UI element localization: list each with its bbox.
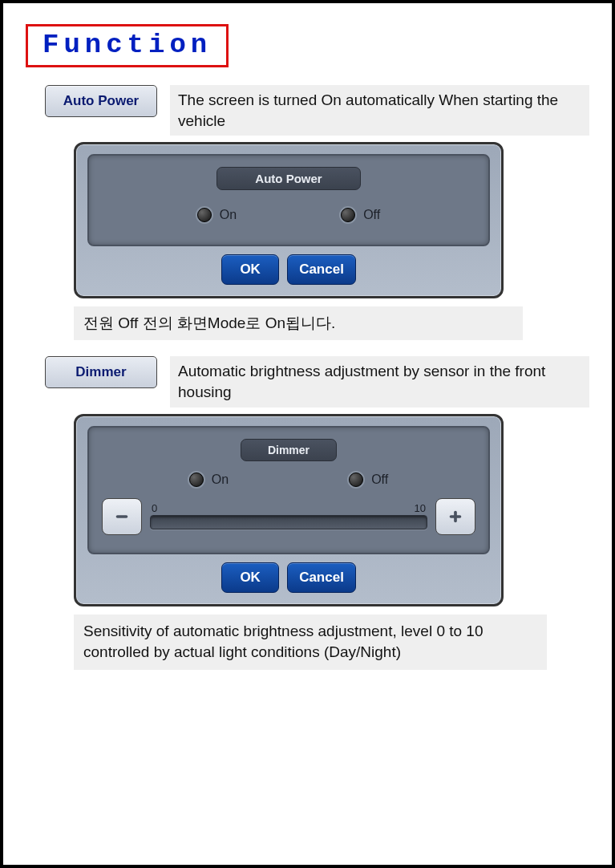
- auto-power-radio-group: On Off: [102, 208, 475, 222]
- auto-power-button[interactable]: Auto Power: [45, 85, 157, 117]
- dimmer-panel: Dimmer On Off 0 10: [74, 414, 504, 606]
- radio-dot-icon: [197, 208, 212, 222]
- dimmer-off-radio[interactable]: Off: [349, 473, 388, 487]
- dimmer-panel-title: Dimmer: [241, 439, 337, 461]
- slider-max-label: 10: [415, 502, 426, 514]
- slider-track: [150, 515, 427, 529]
- minus-icon: [113, 508, 131, 525]
- dimmer-description: Automatic brightness adjustment by senso…: [170, 356, 589, 407]
- page: Function Auto Power The screen is turned…: [0, 0, 615, 868]
- dimmer-on-radio[interactable]: On: [189, 473, 229, 487]
- auto-power-description: The screen is turned On automatically Wh…: [170, 85, 589, 136]
- section-autopower-header: Auto Power The screen is turned On autom…: [45, 85, 589, 136]
- svg-rect-2: [454, 510, 457, 522]
- slider-min-label: 0: [152, 502, 157, 514]
- dimmer-radio-group: On Off: [102, 473, 475, 487]
- ok-button[interactable]: OK: [221, 562, 279, 593]
- decrease-button[interactable]: [102, 498, 142, 535]
- svg-rect-0: [116, 515, 128, 518]
- radio-dot-icon: [341, 208, 355, 222]
- plus-icon: [447, 508, 464, 525]
- dimmer-panel-inner: Dimmer On Off 0 10: [87, 426, 490, 554]
- auto-power-on-radio[interactable]: On: [197, 208, 237, 222]
- section-dimmer-header: Dimmer Automatic brightness adjustment b…: [45, 356, 589, 407]
- dimmer-on-label: On: [212, 473, 229, 487]
- dimmer-off-label: Off: [371, 473, 388, 487]
- page-title: Function: [26, 24, 229, 67]
- auto-power-panel-inner: Auto Power On Off: [87, 154, 490, 246]
- cancel-button[interactable]: Cancel: [287, 562, 356, 593]
- cancel-button[interactable]: Cancel: [287, 254, 356, 285]
- auto-power-panel-title: Auto Power: [216, 167, 361, 190]
- dimmer-slider[interactable]: 0 10: [150, 504, 427, 529]
- auto-power-footnote: 전원 Off 전의 화면Mode로 On됩니다.: [74, 306, 523, 340]
- radio-dot-icon: [349, 473, 363, 487]
- dimmer-button-row: OK Cancel: [76, 562, 501, 593]
- ok-button[interactable]: OK: [221, 254, 279, 285]
- slider-labels: 0 10: [150, 502, 427, 514]
- auto-power-off-radio[interactable]: Off: [341, 208, 380, 222]
- increase-button[interactable]: [435, 498, 475, 535]
- dimmer-slider-row: 0 10: [102, 498, 475, 535]
- radio-dot-icon: [189, 473, 204, 487]
- auto-power-panel: Auto Power On Off OK Cancel: [74, 142, 504, 298]
- dimmer-button[interactable]: Dimmer: [45, 356, 157, 388]
- dimmer-footnote: Sensitivity of automatic brightness adju…: [74, 614, 547, 670]
- auto-power-button-row: OK Cancel: [76, 254, 501, 285]
- auto-power-off-label: Off: [363, 208, 380, 222]
- auto-power-on-label: On: [220, 208, 237, 222]
